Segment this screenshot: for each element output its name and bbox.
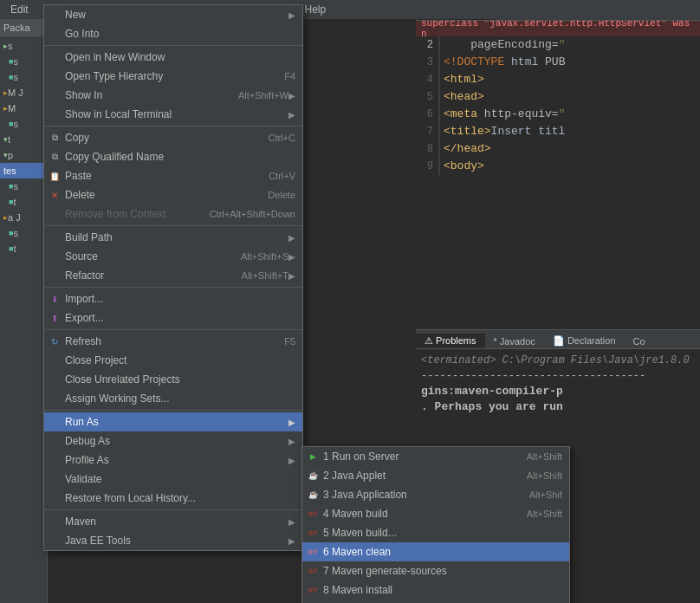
submenu-item-maven-install[interactable]: m² 8 Maven install [302,580,569,600]
copy-icon: ⧉ [52,133,58,143]
console-line: gins:maven-compiler-p [421,384,695,399]
list-item[interactable]: ■ t [0,241,47,256]
code-editor[interactable]: superclass "javax.servlet.http.HttpServl… [416,21,700,307]
submenu-item-maven-test[interactable]: m² 9 Maven test [302,600,569,603]
code-line: 5 <head> [416,88,700,106]
separator [44,287,302,288]
export-icon: ⬆ [51,314,58,323]
list-item[interactable]: ▾ p [0,147,47,163]
menu-item-refresh[interactable]: ↻ Refresh F5 [44,332,302,351]
maven-build-dots-icon: m² [308,528,318,537]
code-line: 2 pageEncoding=" [416,36,700,54]
code-line: 7 <title>Insert titl [416,123,700,140]
left-panel-header: Packa [0,19,47,36]
list-item[interactable]: ■ s [0,116,47,132]
list-item[interactable]: ■ s [0,69,47,85]
list-item[interactable]: ▸ s [0,38,47,54]
menu-item-source[interactable]: Source Alt+Shift+S ▶ [44,247,302,266]
code-line: 3 <!DOCTYPE html PUB [416,54,700,71]
menu-item-java-ee-tools[interactable]: Java EE Tools ▶ [44,531,302,550]
bottom-content: <terminated> C:\Program Files\Java\jre1.… [416,349,700,418]
tab-javadoc[interactable]: * Javadoc [485,334,544,348]
context-menu: New ▶ Go Into Open in New Window Open Ty… [43,4,303,551]
run-as-submenu: ▶ 1 Run on Server Alt+Shift ☕ 2 Java App… [301,446,570,603]
list-item[interactable]: ▾ t [0,132,47,147]
java-app-icon: ☕ [308,490,318,499]
submenu-item-maven-generate-sources[interactable]: m² 7 Maven generate-sources [302,561,569,580]
menu-item-paste[interactable]: 📋 Paste Ctrl+V [44,166,302,185]
menu-item-debug-as[interactable]: Debug As ▶ [44,431,302,451]
menu-item-show-local-terminal[interactable]: Show in Local Terminal ▶ [44,105,302,124]
list-item[interactable]: ■ s [0,54,47,69]
menu-item-delete[interactable]: ✕ Delete Delete [44,185,302,204]
menu-edit[interactable]: Edit [3,2,36,17]
paste-icon: 📋 [49,172,60,181]
menu-item-copy-qualified[interactable]: ⧉ Copy Qualified Name [44,147,302,166]
menu-item-open-new-window[interactable]: Open in New Window [44,48,302,67]
separator [44,45,302,46]
menu-item-refactor[interactable]: Refactor Alt+Shift+T ▶ [44,266,302,285]
separator [44,410,302,411]
menu-item-import[interactable]: ⬇ Import... [44,289,302,308]
code-line: 8 </head> [416,140,700,158]
list-item[interactable]: tes [0,163,47,178]
menu-item-copy[interactable]: ⧉ Copy Ctrl+C [44,128,302,147]
submenu-item-run-on-server[interactable]: ▶ 1 Run on Server Alt+Shift [302,447,569,466]
left-panel-items: ▸ s ■ s ■ s ▸ M J ▸ M ■ s ▾ t ▾ p tes ■ … [0,36,47,258]
tab-console[interactable]: Co [625,334,654,348]
separator [44,225,302,226]
console-line: ------------------------------------ [421,368,695,384]
code-line: 6 <meta http-equiv=" [416,106,700,123]
menu-item-new[interactable]: New ▶ [44,5,302,24]
submenu-item-maven-build-dots[interactable]: m² 5 Maven build... [302,523,569,542]
tab-problems[interactable]: ⚠ Problems [416,334,485,348]
console-line: <terminated> C:\Program Files\Java\jre1.… [421,353,695,368]
submenu-item-maven-clean[interactable]: m² 6 Maven clean [302,542,569,561]
code-line: 4 <html> [416,71,700,88]
list-item[interactable]: ■ t [0,194,47,210]
console-line: . Perhaps you are run [421,399,695,415]
submenu-item-maven-build[interactable]: m² 4 Maven build Alt+Shift [302,504,569,523]
menu-item-close-project[interactable]: Close Project [44,351,302,370]
menu-item-close-unrelated[interactable]: Close Unrelated Projects [44,370,302,389]
menu-item-export[interactable]: ⬆ Export... [44,308,302,327]
menu-item-open-type-hierarchy[interactable]: Open Type Hierarchy F4 [44,67,302,86]
code-line: 9 <body> [416,158,700,175]
submenu-item-java-applet[interactable]: ☕ 2 Java Applet Alt+Shift [302,466,569,485]
refresh-icon: ↻ [51,337,58,347]
menu-item-run-as[interactable]: Run As ▶ [44,412,302,431]
separator [44,329,302,330]
copy-qualified-icon: ⧉ [52,152,58,162]
list-item[interactable]: ■ s [0,178,47,194]
menu-item-assign-working-sets[interactable]: Assign Working Sets... [44,389,302,408]
list-item[interactable]: ▸ M [0,100,47,116]
menu-item-maven[interactable]: Maven ▶ [44,512,302,531]
list-item[interactable]: ▸ M J [0,85,47,100]
menu-item-build-path[interactable]: Build Path ▶ [44,228,302,247]
menu-item-restore-history[interactable]: Restore from Local History... [44,489,302,508]
tab-declaration[interactable]: 📄 Declaration [544,334,625,348]
import-icon: ⬇ [51,295,58,304]
bottom-tabs: ⚠ Problems * Javadoc 📄 Declaration Co [416,330,700,349]
menu-item-remove-context: Remove from Context Ctrl+Alt+Shift+Down [44,204,302,224]
maven-install-icon: m² [308,586,318,594]
run-on-server-icon: ▶ [310,452,316,461]
menu-item-profile-as[interactable]: Profile As ▶ [44,451,302,470]
maven-build-icon: m² [308,509,318,518]
separator [44,509,302,510]
list-item[interactable]: ▸ a J [0,210,47,225]
maven-gen-icon: m² [308,567,318,575]
submenu-item-java-application[interactable]: ☕ 3 Java Application Alt+Shif [302,485,569,504]
left-panel: Packa ▸ s ■ s ■ s ▸ M J ▸ M ■ s ▾ t ▾ p … [0,19,48,603]
maven-clean-icon: m² [308,548,318,556]
delete-icon: ✕ [51,191,58,200]
separator [44,126,302,126]
menu-item-go-into[interactable]: Go Into [44,24,302,43]
list-item[interactable]: ■ s [0,225,47,241]
menu-item-show-in[interactable]: Show In Alt+Shift+W ▶ [44,86,302,105]
error-bar: superclass "javax.servlet.http.HttpServl… [416,21,700,36]
java-applet-icon: ☕ [308,471,318,480]
menu-item-validate[interactable]: Validate [44,470,302,489]
